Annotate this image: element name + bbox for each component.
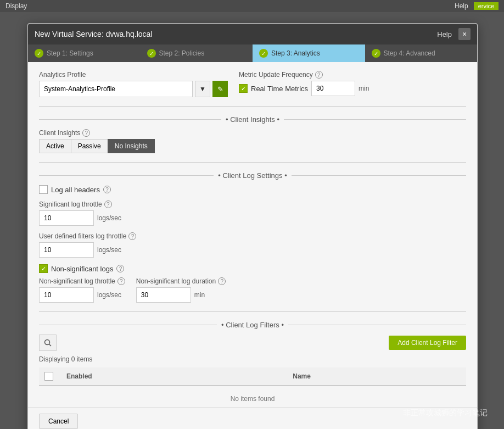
col-checkbox (39, 367, 61, 386)
user-throttle-unit: logs/sec (97, 246, 121, 254)
svg-point-0 (45, 340, 50, 345)
filters-table-head: Enabled Name (39, 367, 466, 386)
display-label: Display (5, 2, 27, 10)
user-throttle-input[interactable] (39, 242, 94, 258)
non-sig-throttle-help-icon[interactable]: ? (117, 277, 125, 285)
client-insights-button-group: Active Passive No Insights (39, 139, 466, 153)
dialog-header: New Virtual Service: dvwa.hq.local Help … (28, 24, 477, 44)
step1-check-icon: ✓ (35, 49, 43, 58)
analytics-profile-group: Analytics Profile System-Analytics-Profi… (39, 71, 228, 97)
non-sig-throttle-group: Non-significant log throttle ? logs/sec (39, 277, 125, 303)
non-sig-logs-container: Non-significant logs ? (39, 264, 466, 273)
client-log-settings-section-header: • Client Log Settings • (39, 171, 466, 180)
log-all-headers-checkbox[interactable] (39, 185, 48, 194)
non-sig-throttle-input[interactable] (39, 287, 94, 303)
filter-toolbar: Add Client Log Filter (39, 335, 466, 351)
step-2[interactable]: ✓ Step 2: Policies (141, 44, 253, 62)
dialog-title: New Virtual Service: dvwa.hq.local (35, 30, 153, 38)
watermark: 非正常攻城狮的学习笔记 (403, 408, 488, 418)
metric-help-icon[interactable]: ? (315, 71, 323, 79)
col-name: Name (287, 367, 466, 386)
step3-check-icon: ✓ (259, 49, 268, 58)
step4-label: Step 4: Advanced (384, 49, 435, 57)
step2-label: Step 2: Policies (159, 49, 205, 57)
client-insights-group: Client Insights ? Active Passive No Insi… (39, 129, 466, 153)
filters-table-header-row: Enabled Name (39, 367, 466, 386)
client-insights-help-icon[interactable]: ? (82, 129, 90, 137)
client-insights-section-header: • Client Insights • (39, 115, 466, 124)
metric-update-group: Metric Update Frequency ? Real Time Metr… (239, 71, 369, 96)
dialog-close-button[interactable]: × (458, 28, 471, 40)
non-sig-duration-input[interactable] (136, 287, 191, 303)
analytics-profile-dropdown-container: System-Analytics-Profile ▼ ✎ (39, 81, 228, 97)
client-insights-no-insights-button[interactable]: No Insights (108, 139, 155, 153)
user-throttle-group: User defined filters log throttle ? logs… (39, 232, 466, 258)
top-service-button[interactable]: ervice (474, 2, 499, 10)
real-time-metrics-checkbox[interactable] (239, 84, 248, 93)
sig-throttle-group: Significant log throttle ? logs/sec (39, 200, 466, 226)
non-sig-duration-label: Non-significant log duration ? (136, 277, 226, 285)
log-all-headers-help-icon[interactable]: ? (103, 186, 111, 193)
no-items-row: No items found (39, 386, 466, 408)
step-3[interactable]: ✓ Step 3: Analytics (253, 44, 365, 62)
col-enabled: Enabled (61, 367, 287, 386)
top-bar: Display Help ervice (0, 0, 504, 12)
svg-line-1 (49, 344, 52, 347)
displaying-label: Displaying 0 items (39, 355, 466, 363)
client-insights-active-button[interactable]: Active (39, 139, 71, 153)
filters-table: Enabled Name No items found (39, 367, 466, 408)
client-log-filters-section-header: • Client Log Filters • (39, 321, 466, 329)
select-all-checkbox[interactable] (44, 372, 53, 381)
non-sig-logs-checkbox[interactable] (39, 264, 48, 273)
analytics-profile-row: Analytics Profile System-Analytics-Profi… (39, 71, 466, 97)
step4-check-icon: ✓ (372, 49, 380, 58)
divider-3 (39, 311, 466, 312)
non-sig-duration-help-icon[interactable]: ? (218, 277, 226, 285)
sig-throttle-label: Significant log throttle ? (39, 200, 466, 208)
non-sig-throttle-unit: logs/sec (97, 291, 121, 299)
non-sig-logs-help-icon[interactable]: ? (116, 265, 124, 272)
top-right-controls: Help ervice (455, 2, 499, 10)
non-sig-throttle-input-row: logs/sec (39, 287, 125, 303)
dropdown-arrow-icon[interactable]: ▼ (195, 81, 210, 97)
header-right: Help × (437, 28, 471, 40)
step-1[interactable]: ✓ Step 1: Settings (28, 44, 141, 62)
filters-table-body: No items found (39, 386, 466, 408)
metric-unit-label: min (359, 85, 369, 92)
log-all-headers-container: Log all headers ? (39, 185, 466, 194)
user-throttle-input-row: logs/sec (39, 242, 466, 258)
user-throttle-label: User defined filters log throttle ? (39, 232, 466, 240)
sig-throttle-input[interactable] (39, 210, 94, 226)
step2-check-icon: ✓ (147, 49, 156, 58)
analytics-profile-edit-button[interactable]: ✎ (212, 81, 228, 97)
no-items-label: No items found (39, 386, 466, 408)
sig-throttle-help-icon[interactable]: ? (104, 200, 112, 208)
metric-value-group: Real Time Metrics min (239, 81, 369, 96)
dialog: New Virtual Service: dvwa.hq.local Help … (27, 23, 478, 429)
cancel-button[interactable]: Cancel (39, 414, 78, 429)
top-help-button[interactable]: Help (455, 2, 468, 10)
sig-throttle-input-row: logs/sec (39, 210, 466, 226)
client-insights-passive-button[interactable]: Passive (71, 139, 108, 153)
real-time-metrics-label: Real Time Metrics (251, 85, 308, 93)
search-button[interactable] (39, 335, 57, 351)
search-icon (44, 339, 52, 347)
non-sig-row: Non-significant log throttle ? logs/sec … (39, 277, 466, 303)
step3-label: Step 3: Analytics (271, 49, 320, 57)
analytics-profile-select[interactable]: System-Analytics-Profile (39, 81, 193, 97)
steps-bar: ✓ Step 1: Settings ✓ Step 2: Policies ✓ … (28, 44, 477, 62)
user-throttle-help-icon[interactable]: ? (128, 232, 136, 240)
metric-update-label: Metric Update Frequency ? (239, 71, 369, 79)
dialog-body: Analytics Profile System-Analytics-Profi… (28, 62, 477, 408)
non-sig-duration-unit: min (194, 291, 205, 299)
metric-value-input[interactable] (311, 81, 355, 96)
non-sig-duration-input-row: min (136, 287, 226, 303)
dialog-help-button[interactable]: Help (437, 30, 452, 38)
non-sig-logs-label: Non-significant logs (51, 265, 113, 273)
add-client-log-filter-button[interactable]: Add Client Log Filter (389, 336, 466, 350)
client-insights-label: Client Insights ? (39, 129, 466, 137)
analytics-profile-label: Analytics Profile (39, 71, 228, 79)
log-all-headers-label: Log all headers (51, 186, 100, 194)
step-4[interactable]: ✓ Step 4: Advanced (365, 44, 478, 62)
divider-1 (39, 106, 466, 107)
